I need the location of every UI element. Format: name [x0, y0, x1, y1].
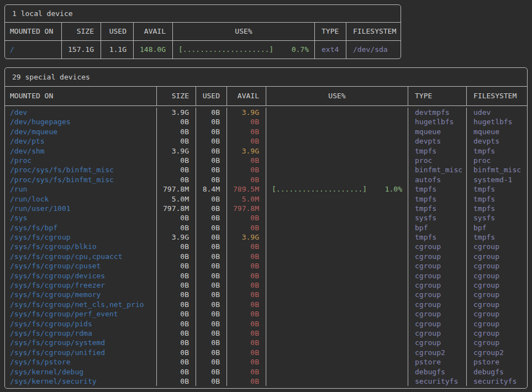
size-cell: 0B — [156, 357, 196, 367]
device-row: /sys/fs/cgroup/unified 0B 0B 0B cgroup2 … — [5, 348, 527, 357]
use-percent-cell — [266, 146, 408, 156]
device-row: /sys/fs/cgroup/perf_event 0B 0B 0B cgrou… — [5, 309, 527, 319]
used-cell: 0B — [196, 194, 227, 204]
size-cell: 0B — [156, 309, 196, 319]
special-header-row: MOUNTED ON SIZE USED AVAIL USE% TYPE FIL… — [5, 87, 527, 106]
use-percent-cell — [266, 252, 408, 261]
col-header-filesystem: FILESYSTEM — [466, 87, 527, 105]
avail-cell: 0B — [227, 290, 266, 299]
type-cell: devtmpfs — [408, 108, 466, 117]
used-cell: 0B — [196, 117, 227, 126]
use-percent-cell — [266, 223, 408, 232]
device-row: /sys/fs/cgroup/memory 0B 0B 0B cgroup cg… — [5, 290, 527, 299]
mounted-on-cell: /sys/fs/cgroup — [5, 232, 156, 242]
size-cell: 0B — [156, 377, 196, 386]
col-header-mounted-on: MOUNTED ON — [5, 23, 61, 40]
used-cell: 0B — [196, 329, 227, 338]
type-cell: pstore — [408, 357, 466, 367]
mounted-on-cell: /sys/fs/pstore — [5, 357, 156, 367]
col-header-used: USED — [196, 87, 227, 105]
avail-cell: 0B — [227, 136, 266, 146]
device-row: /sys/kernel/debug 0B 0B 0B debugfs debug… — [5, 367, 527, 377]
use-percent-cell — [266, 309, 408, 319]
filesystem-cell: cgroup — [466, 300, 527, 309]
type-cell: cgroup — [408, 319, 466, 329]
size-cell: 0B — [156, 175, 196, 184]
device-row: /proc/sys/fs/binfmt_misc 0B 0B 0B binfmt… — [5, 165, 527, 174]
size-cell: 0B — [156, 338, 196, 347]
type-cell: hugetlbfs — [408, 117, 466, 126]
size-cell: 0B — [156, 261, 196, 271]
used-cell: 0B — [196, 204, 227, 213]
device-row: /dev/pts 0B 0B 0B devpts devpts — [5, 136, 527, 146]
use-percent-cell — [266, 357, 408, 367]
device-row: / 157.1G 1.1G 148.0G [..................… — [5, 41, 401, 59]
mounted-on-cell: /sys/fs/cgroup/pids — [5, 319, 156, 329]
mounted-on-cell: /sys/fs/cgroup/freezer — [5, 280, 156, 290]
filesystem-cell: tmpfs — [466, 184, 527, 194]
mounted-on-cell: /sys/fs/cgroup/memory — [5, 290, 156, 299]
filesystem-cell: sysfs — [466, 213, 527, 223]
used-cell: 0B — [196, 319, 227, 329]
col-header-avail: AVAIL — [133, 23, 172, 40]
type-cell: tmpfs — [408, 146, 466, 156]
use-percent-cell — [266, 232, 408, 242]
mounted-on-cell: /dev/hugepages — [5, 117, 156, 126]
type-cell: cgroup — [408, 290, 466, 299]
used-cell: 0B — [196, 261, 227, 271]
mounted-on-cell: /sys/kernel/debug — [5, 367, 156, 377]
use-percent-cell — [266, 194, 408, 204]
device-row: /sys/fs/bpf 0B 0B 0B bpf bpf — [5, 223, 527, 232]
use-percent-cell — [266, 300, 408, 309]
used-cell: 0B — [196, 367, 227, 377]
local-devices-title: 1 local device — [5, 5, 401, 23]
use-percent-cell — [266, 117, 408, 126]
used-cell: 0B — [196, 242, 227, 251]
col-header-size: SIZE — [156, 87, 196, 105]
type-cell: cgroup — [408, 242, 466, 251]
local-devices-body: / 157.1G 1.1G 148.0G [..................… — [5, 41, 401, 59]
mounted-on-cell: /dev/pts — [5, 136, 156, 146]
col-header-type: TYPE — [408, 87, 466, 105]
avail-cell: 0B — [227, 271, 266, 280]
device-row: /sys/fs/cgroup/devices 0B 0B 0B cgroup c… — [5, 271, 527, 280]
use-percent-cell — [266, 156, 408, 165]
terminal-output: 1 local device MOUNTED ON SIZE USED AVAI… — [4, 4, 528, 389]
avail-cell: 0B — [227, 252, 266, 261]
size-cell: 3.9G — [156, 108, 196, 117]
use-percent-cell — [266, 261, 408, 271]
size-cell: 0B — [156, 242, 196, 251]
filesystem-cell: mqueue — [466, 127, 527, 136]
used-cell: 0B — [196, 377, 227, 386]
used-cell: 0B — [196, 165, 227, 174]
filesystem-cell: cgroup — [466, 329, 527, 338]
type-cell: cgroup — [408, 300, 466, 309]
use-percent-cell — [266, 280, 408, 290]
filesystem-cell: tmpfs — [466, 146, 527, 156]
filesystem-cell: securityfs — [466, 377, 527, 386]
special-devices-body: /dev 3.9G 0B 3.9G devtmpfs udev /dev/hug… — [5, 106, 527, 388]
type-cell: tmpfs — [408, 184, 466, 194]
filesystem-cell: binfmt_misc — [466, 165, 527, 174]
type-cell: tmpfs — [408, 204, 466, 213]
used-cell: 0B — [196, 136, 227, 146]
used-cell: 8.4M — [196, 184, 227, 194]
device-row: /dev/mqueue 0B 0B 0B mqueue mqueue — [5, 127, 527, 136]
type-cell: bpf — [408, 223, 466, 232]
avail-cell: 0B — [227, 117, 266, 126]
avail-cell: 0B — [227, 213, 266, 223]
use-percent-cell — [266, 271, 408, 280]
avail-cell: 0B — [227, 348, 266, 357]
use-percent-cell — [266, 204, 408, 213]
mounted-on-cell: /sys/kernel/security — [5, 377, 156, 386]
used-cell: 0B — [196, 146, 227, 156]
size-cell: 0B — [156, 252, 196, 261]
mounted-on-cell: /sys/fs/cgroup/perf_event — [5, 309, 156, 319]
used-cell: 1.1G — [101, 41, 133, 59]
size-cell: 0B — [156, 223, 196, 232]
size-cell: 0B — [156, 165, 196, 174]
use-percent-cell — [266, 242, 408, 251]
device-row: /dev 3.9G 0B 3.9G devtmpfs udev — [5, 108, 527, 117]
device-row: /sys/fs/cgroup/systemd 0B 0B 0B cgroup c… — [5, 338, 527, 347]
mounted-on-cell: /dev/mqueue — [5, 127, 156, 136]
